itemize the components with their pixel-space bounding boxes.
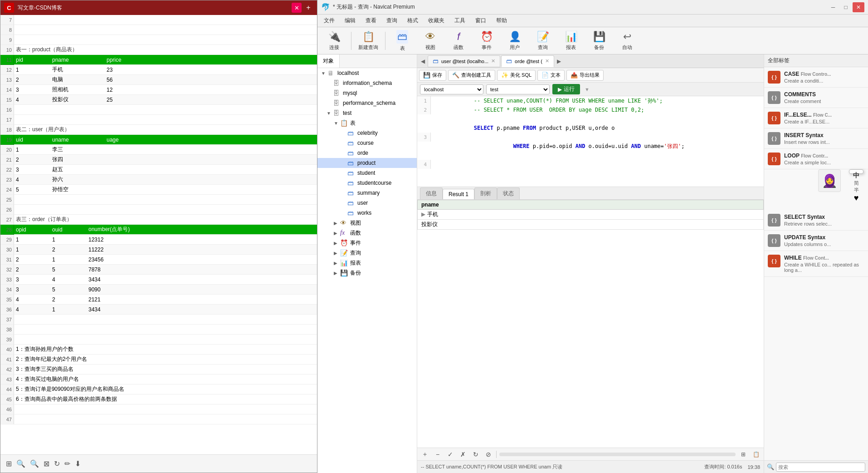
run-button[interactable]: ▶ 运行 bbox=[552, 84, 580, 94]
result-data-row[interactable]: ▶手机 bbox=[418, 210, 764, 220]
query-builder-button[interactable]: 🔨 查询创建工具 bbox=[448, 70, 495, 81]
tree-item-student[interactable]: 🗃 student bbox=[317, 168, 417, 178]
csdn-close-button[interactable]: ✕ bbox=[292, 3, 302, 13]
snippet-update[interactable]: { } UPDATE Syntax Updates columns o... bbox=[764, 231, 868, 251]
snippets-search-input[interactable] bbox=[776, 463, 865, 472]
tree-item-works[interactable]: 🗃 works bbox=[317, 208, 417, 218]
refresh-data-button[interactable]: ↻ bbox=[471, 449, 481, 459]
zoom-in-icon[interactable]: 🔍 bbox=[30, 459, 39, 468]
download-icon[interactable]: ⬇ bbox=[75, 459, 81, 468]
stop-button[interactable]: ⊘ bbox=[483, 449, 493, 459]
save-button[interactable]: 💾 保存 bbox=[419, 70, 446, 81]
navicat-close-button[interactable]: ✕ bbox=[853, 2, 864, 12]
tree-item-orde[interactable]: 🗃 orde bbox=[317, 148, 417, 158]
toolbar-view-button[interactable]: 👁 视图 bbox=[417, 29, 444, 53]
scroll-bar[interactable] bbox=[499, 453, 736, 456]
tab-right-arrow[interactable]: ▶ bbox=[555, 58, 563, 64]
tree-item-celebrity[interactable]: 🗃 celebrity bbox=[317, 128, 417, 138]
sidebar-tab-objects[interactable]: 对象 bbox=[317, 54, 340, 68]
export-results-button[interactable]: 📤 导出结果 bbox=[566, 70, 604, 81]
toolbar-report-button[interactable]: 📊 报表 bbox=[558, 29, 584, 53]
tree-item-test[interactable]: ▼ 🗄 test bbox=[317, 108, 417, 118]
menu-help[interactable]: 帮助 bbox=[492, 15, 512, 26]
zoom-out-icon[interactable]: 🔍 bbox=[16, 459, 25, 468]
menu-favorites[interactable]: 收藏夹 bbox=[424, 15, 449, 26]
tree-item-perf-schema[interactable]: 🗄 performance_schema bbox=[317, 98, 417, 108]
beautify-sql-button[interactable]: ✨ 美化 SQL bbox=[497, 70, 536, 81]
toolbar-view-label: 视图 bbox=[425, 44, 435, 51]
menu-query[interactable]: 查询 bbox=[382, 15, 402, 26]
menu-edit[interactable]: 编辑 bbox=[340, 15, 360, 26]
tree-item-queries-category[interactable]: ▶ 📝 查询 bbox=[317, 248, 417, 258]
tree-item-events-category[interactable]: ▶ ⏰ 事件 bbox=[317, 238, 417, 248]
toolbar-query-button[interactable]: 📝 查询 bbox=[530, 29, 556, 53]
tree-item-course[interactable]: 🗃 course bbox=[317, 138, 417, 148]
result-tab-result1[interactable]: Result 1 bbox=[443, 189, 474, 199]
tree-item-backups-category[interactable]: ▶ 💾 备份 bbox=[317, 268, 417, 278]
toolbar-table-button[interactable]: 🗃 表 bbox=[389, 29, 415, 53]
edit-icon[interactable]: ✏ bbox=[64, 459, 70, 468]
toolbar-new-query-button[interactable]: 📋 新建查询 bbox=[355, 29, 381, 53]
menu-file[interactable]: 文件 bbox=[319, 15, 339, 26]
toolbar-func-button[interactable]: f 函数 bbox=[445, 29, 472, 53]
text-button[interactable]: 📄 文本 bbox=[537, 70, 565, 81]
tab-close-icon[interactable]: ✕ bbox=[545, 58, 549, 64]
tab-left-arrow[interactable]: ◀ bbox=[419, 58, 427, 64]
tree-item-product[interactable]: 🗃 product bbox=[317, 158, 417, 168]
form-view-button[interactable]: 📋 bbox=[751, 449, 761, 459]
snippet-loop[interactable]: { } LOOP Flow Contr... Create a simple l… bbox=[764, 149, 868, 169]
result-area[interactable]: pname ▶手机 投影仪 bbox=[417, 200, 764, 448]
refresh-icon[interactable]: ↻ bbox=[54, 459, 60, 468]
result-tab-status[interactable]: 状态 bbox=[497, 187, 520, 199]
toolbar-backup-button[interactable]: 💾 备份 bbox=[586, 29, 612, 53]
run-dropdown-icon[interactable]: ▼ bbox=[585, 87, 590, 92]
query-tab-user[interactable]: 🗃 user @test (localho... ✕ bbox=[428, 55, 500, 67]
menu-window[interactable]: 窗口 bbox=[471, 15, 491, 26]
toolbar-auto-button[interactable]: ↩ 自动 bbox=[614, 29, 640, 53]
tree-item-localhost[interactable]: ▼ 🖥 localhost bbox=[317, 68, 417, 78]
navicat-maximize-button[interactable]: □ bbox=[840, 2, 852, 12]
table-icon: 🗃 bbox=[347, 159, 356, 167]
tree-item-tables-category[interactable]: ▼ 📋 表 bbox=[317, 118, 417, 128]
grid-icon[interactable]: ⊞ bbox=[6, 459, 12, 468]
add-row-button[interactable]: ＋ bbox=[420, 449, 430, 459]
result-data-row[interactable]: 投影仪 bbox=[418, 220, 764, 230]
menu-view[interactable]: 查看 bbox=[361, 15, 381, 26]
toolbar-connect-button[interactable]: 🔌 连接 bbox=[321, 29, 347, 53]
snippet-while[interactable]: { } WHILE Flow Cont... Create a WHILE co… bbox=[764, 251, 868, 277]
code-line-4: 4 bbox=[417, 160, 764, 169]
result-tab-profiling[interactable]: 剖析 bbox=[474, 187, 497, 199]
snippet-insert[interactable]: { } INSERT Syntax Insert new rows int... bbox=[764, 128, 868, 149]
confirm-button[interactable]: ✓ bbox=[445, 449, 455, 459]
expand-icon[interactable]: ▶ bbox=[421, 211, 425, 217]
query-editor[interactable]: 1 -- SELECT uname,COUNT(*) FROM USER WHE… bbox=[417, 96, 764, 187]
result-tab-info[interactable]: 信息 bbox=[420, 187, 443, 199]
connection-select[interactable]: localhost bbox=[420, 84, 483, 94]
navicat-minimize-button[interactable]: ─ bbox=[827, 2, 839, 12]
tree-item-user[interactable]: 🗃 user bbox=[317, 198, 417, 208]
snippet-select[interactable]: { } SELECT Syntax Retrieve rows selec... bbox=[764, 210, 868, 231]
tree-item-studentcourse[interactable]: 🗃 studentcourse bbox=[317, 178, 417, 188]
snippet-comments[interactable]: { } COMMENTS Create comment bbox=[764, 88, 868, 108]
cancel-button[interactable]: ✗ bbox=[458, 449, 468, 459]
remove-row-button[interactable]: − bbox=[433, 449, 443, 459]
tree-item-mysql[interactable]: 🗄 mysql bbox=[317, 88, 417, 98]
tab-close-icon[interactable]: ✕ bbox=[491, 58, 495, 64]
zoom-reset-icon[interactable]: ⊠ bbox=[44, 459, 49, 468]
snippet-case[interactable]: { } CASE Flow Contro... Create a conditi… bbox=[764, 67, 868, 88]
toolbar-user-button[interactable]: 👤 用户 bbox=[502, 29, 528, 53]
menu-format[interactable]: 格式 bbox=[403, 15, 423, 26]
csdn-add-tab-button[interactable]: + bbox=[303, 3, 313, 13]
csdn-browser-panel: C 写文章-CSDN博客 ✕ + 7 8 9 10 表一：product（商品 bbox=[0, 0, 317, 473]
tree-item-reports-category[interactable]: ▶ 📊 报表 bbox=[317, 258, 417, 268]
grid-view-button[interactable]: ⊞ bbox=[738, 449, 748, 459]
tree-item-summary[interactable]: 🗃 summary bbox=[317, 188, 417, 198]
tree-item-funcs-category[interactable]: ▶ fx 函数 bbox=[317, 228, 417, 238]
tree-item-views-category[interactable]: ▶ 👁 视图 bbox=[317, 218, 417, 228]
database-select[interactable]: test bbox=[486, 84, 550, 94]
toolbar-event-button[interactable]: ⏰ 事件 bbox=[473, 29, 500, 53]
snippet-ifelse[interactable]: { } IF...ELSE... Flow C... Create a IF..… bbox=[764, 108, 868, 128]
query-tab-orde[interactable]: 🗃 orde @test ( ✕ bbox=[501, 55, 554, 67]
tree-item-info-schema[interactable]: 🗄 information_schema bbox=[317, 78, 417, 88]
menu-tools[interactable]: 工具 bbox=[450, 15, 470, 26]
